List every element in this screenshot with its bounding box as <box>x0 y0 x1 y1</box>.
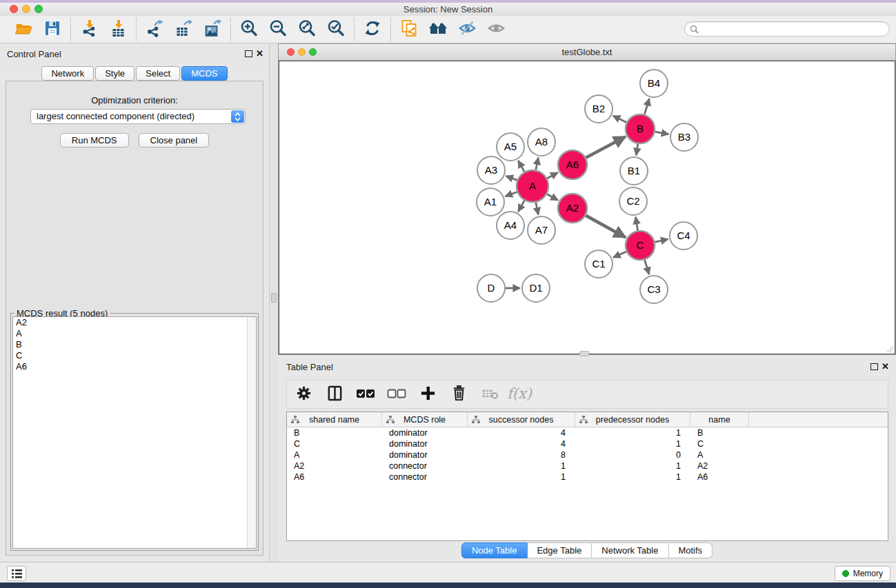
cell-predecessor-nodes[interactable]: 0 <box>575 449 690 460</box>
edge-A6-B[interactable] <box>586 136 625 157</box>
column-header-name[interactable]: name <box>690 412 749 427</box>
tab-motifs[interactable]: Motifs <box>668 543 713 558</box>
cell-name[interactable]: B <box>690 427 749 438</box>
result-item-C[interactable]: C <box>13 350 256 361</box>
close-table-panel-icon[interactable]: ✕ <box>882 363 889 370</box>
zoom-out-button[interactable] <box>266 18 290 41</box>
horizontal-splitter-grip[interactable] <box>579 351 589 356</box>
tab-edge-table[interactable]: Edge Table <box>527 543 592 558</box>
cell-name[interactable]: C <box>690 438 749 449</box>
cell-shared-name[interactable]: A <box>287 449 382 460</box>
edge-A-A3[interactable] <box>506 176 517 180</box>
cell-shared-name[interactable]: C <box>287 438 382 449</box>
panel-list-button[interactable] <box>7 566 26 581</box>
close-window-icon[interactable] <box>10 5 18 13</box>
columns-button[interactable] <box>325 384 344 405</box>
close-network-icon[interactable] <box>287 48 295 56</box>
graph-node-A1[interactable]: A1 <box>477 188 504 216</box>
float-table-panel-icon[interactable] <box>870 363 878 370</box>
graph-node-A[interactable]: A <box>517 170 548 202</box>
result-item-A6[interactable]: A6 <box>13 361 256 372</box>
cell-MCDS-role[interactable]: connector <box>382 460 468 472</box>
graph-node-B[interactable]: B <box>626 114 655 143</box>
select-all-button[interactable] <box>356 384 375 405</box>
edge-C-C3[interactable] <box>645 260 650 274</box>
cell-MCDS-role[interactable]: connector <box>382 472 468 483</box>
edge-A-A7[interactable] <box>536 203 539 215</box>
edge-B-B3[interactable] <box>655 132 669 134</box>
table-row[interactable]: Adominator80A <box>287 449 888 460</box>
column-header-predecessor-nodes[interactable]: predecessor nodes <box>575 412 690 427</box>
zoom-window-icon[interactable] <box>34 5 43 13</box>
table-row[interactable]: A6connector11A6 <box>287 472 888 483</box>
zoom-in-button[interactable] <box>237 18 261 41</box>
edge-A-A2[interactable] <box>547 194 558 201</box>
edge-A-A5[interactable] <box>518 161 524 172</box>
resize-grip-icon[interactable] <box>884 343 893 352</box>
cell-MCDS-role[interactable]: dominator <box>382 427 468 438</box>
edge-A-A8[interactable] <box>536 158 539 170</box>
splitter-grip[interactable] <box>271 293 277 303</box>
cell-successor-nodes[interactable]: 8 <box>468 449 575 460</box>
graph-node-A3[interactable]: A3 <box>477 156 505 184</box>
graph-node-C2[interactable]: C2 <box>619 187 647 215</box>
search-input[interactable] <box>701 23 884 35</box>
cell-successor-nodes[interactable]: 4 <box>468 438 575 449</box>
result-item-B[interactable]: B <box>13 339 256 350</box>
network-canvas[interactable]: B4B2BB3B1A5A8A6A3AA1A2C2A4A7C4CC1C3DD1 <box>279 61 895 354</box>
edge-C-C1[interactable] <box>613 252 626 258</box>
cell-name[interactable]: A6 <box>690 472 749 483</box>
tab-node-table[interactable]: Node Table <box>461 543 528 558</box>
vertical-splitter[interactable] <box>269 43 278 562</box>
column-header-successor-nodes[interactable]: successor nodes <box>468 412 575 427</box>
graph-node-D[interactable]: D <box>477 274 505 302</box>
gear-button[interactable] <box>294 384 313 405</box>
tab-select[interactable]: Select <box>136 66 180 81</box>
zoom-selected-button[interactable] <box>323 18 348 41</box>
float-panel-icon[interactable] <box>245 50 252 57</box>
graph-node-C3[interactable]: C3 <box>640 276 668 303</box>
edge-B-B4[interactable] <box>644 99 649 114</box>
result-scrollbar[interactable] <box>247 317 256 548</box>
graph-node-B1[interactable]: B1 <box>620 157 648 185</box>
graph-node-D1[interactable]: D1 <box>522 274 550 302</box>
graph-node-A8[interactable]: A8 <box>528 128 555 156</box>
graph-node-B2[interactable]: B2 <box>585 95 613 123</box>
export-image-button[interactable] <box>200 18 225 41</box>
table-row[interactable]: Bdominator41B <box>287 427 888 438</box>
cell-MCDS-role[interactable]: dominator <box>382 438 468 449</box>
result-item-A2[interactable]: A2 <box>13 317 256 328</box>
cell-name[interactable]: A <box>690 449 749 460</box>
save-button[interactable] <box>40 18 65 41</box>
graph-node-C[interactable]: C <box>626 231 655 260</box>
cell-successor-nodes[interactable]: 1 <box>468 472 575 483</box>
houses-button[interactable] <box>426 18 450 41</box>
import-network-button[interactable] <box>77 18 101 41</box>
edge-B-B1[interactable] <box>636 144 637 155</box>
cell-successor-nodes[interactable]: 1 <box>468 460 575 472</box>
cell-shared-name[interactable]: B <box>287 427 382 438</box>
cell-predecessor-nodes[interactable]: 1 <box>575 438 690 449</box>
cell-shared-name[interactable]: A6 <box>287 472 382 483</box>
graph-node-A2[interactable]: A2 <box>558 194 587 223</box>
graph-node-C4[interactable]: C4 <box>670 222 697 250</box>
cell-predecessor-nodes[interactable]: 1 <box>575 460 690 472</box>
cell-shared-name[interactable]: A2 <box>287 460 382 472</box>
tab-network[interactable]: Network <box>41 66 94 81</box>
edge-B-B2[interactable] <box>613 116 626 122</box>
zoom-fit-button[interactable] <box>295 18 319 41</box>
cell-successor-nodes[interactable]: 4 <box>468 427 575 438</box>
import-table-button[interactable] <box>106 18 130 41</box>
column-header-MCDS-role[interactable]: MCDS role <box>382 412 468 427</box>
add-row-button[interactable] <box>418 384 437 405</box>
graph-node-C1[interactable]: C1 <box>585 250 613 278</box>
tab-mcds[interactable]: MCDS <box>181 66 227 81</box>
memory-button[interactable]: Memory <box>835 566 890 581</box>
edge-C-C2[interactable] <box>636 217 638 231</box>
show-eye-button[interactable] <box>484 18 508 41</box>
table-row[interactable]: Cdominator41C <box>287 438 888 449</box>
edge-A-A4[interactable] <box>518 201 524 212</box>
close-panel-button[interactable]: Close panel <box>139 133 210 148</box>
open-folder-button[interactable] <box>11 18 36 41</box>
edge-C-C4[interactable] <box>655 239 668 242</box>
